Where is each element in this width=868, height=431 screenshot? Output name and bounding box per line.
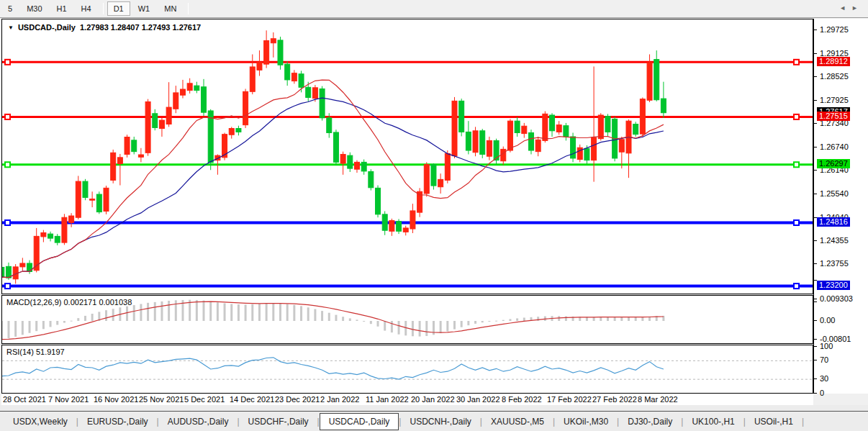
rsi-axis-label: 0 [820,389,824,397]
price-tick-label: 1.29725 [820,25,849,34]
date-label: 8 Feb 2022 [502,395,542,404]
price-axis[interactable]: 1.297251.291251.285251.279251.273401.267… [814,19,868,394]
price-badge-support: 1.23200 [817,281,850,290]
macd-axis-label: 0.00 [820,316,835,325]
axis-tick [814,194,817,194]
price-badge-support: 1.24816 [817,217,850,227]
axis-tick [814,147,817,148]
rsi-axis-label: 30 [820,374,828,383]
bottom-strip [0,405,868,411]
date-label: 8 Mar 2022 [638,395,678,404]
timeframe-button-m30[interactable]: M30 [20,1,48,16]
date-label: 27 Feb 2022 [592,395,637,404]
price-tick-label: 1.27925 [820,96,849,104]
axis-tick [814,339,817,340]
date-label: 20 Jan 2022 [411,395,455,404]
tab-usoil-h1[interactable]: USOil-,H1 [746,413,802,430]
tab-audusd-daily[interactable]: AUDUSD-,Daily [159,413,238,430]
date-label: 23 Dec 2021 [275,395,320,404]
axis-tick [814,378,817,379]
price-tick-label: 1.25540 [820,189,849,198]
hline-handle[interactable] [5,60,10,65]
macd-signal-line [2,301,664,340]
candles-group [2,30,666,283]
price-tick-label: 1.24355 [820,236,849,245]
price-tick-label: 1.23755 [820,259,849,268]
tab-scroll-arrows[interactable]: ◄► [839,4,864,12]
hline-handle[interactable] [5,162,10,167]
date-label: 2 Jan 2022 [320,395,359,404]
price-badge-support: 1.26297 [817,159,850,168]
price-tick-label: 1.28525 [820,72,849,81]
tab-usdcad-daily[interactable]: USDCAD-,Daily [320,413,399,430]
rsi-canvas[interactable] [2,345,813,393]
date-label: 5 Dec 2021 [184,395,225,404]
hline-handle[interactable] [794,283,799,289]
date-label: 14 Dec 2021 [230,395,274,404]
axis-tick [814,360,817,360]
chart-title: ▼ USDCAD-,Daily 1.27983 1.28407 1.27493 … [8,23,201,32]
rsi-axis-label: 100 [820,342,833,350]
mt4-window: 5M30H1H4D1W1MN ▼ USDCAD-,Daily 1.27983 1… [0,0,868,431]
axis-tick [814,301,817,302]
timeframe-button-mn[interactable]: MN [158,1,183,16]
date-label: 16 Nov 2021 [94,395,138,404]
ma-fast-line [2,80,664,277]
date-label: 7 Nov 2021 [48,395,89,404]
hline-handle[interactable] [794,162,799,167]
axis-tick [814,280,817,281]
hline-handle[interactable] [5,114,10,119]
price-chart-pane[interactable]: ▼ USDCAD-,Daily 1.27983 1.28407 1.27493 … [1,19,813,294]
axis-tick [814,240,817,241]
date-label: 30 Jan 2022 [456,395,500,404]
time-axis[interactable]: 28 Oct 20217 Nov 202116 Nov 202125 Nov 2… [1,394,813,405]
toolbar-separator [188,3,189,14]
price-badge-resistance: 1.28912 [817,57,850,66]
rsi-indicator-pane[interactable]: RSI(14) 51.9197 [1,345,813,394]
tab-separator: | [802,417,804,427]
axis-tick [814,320,817,321]
timeframe-button-w1[interactable]: W1 [132,1,157,16]
timeframe-button-5[interactable]: 5 [1,1,19,16]
hline-handle[interactable] [794,60,799,65]
date-label: 17 Feb 2022 [547,395,592,404]
rsi-label: RSI(14) 51.9197 [6,348,65,356]
hline-handle[interactable] [794,220,799,225]
axis-tick [814,299,817,299]
axis-tick [814,263,817,264]
tab-xauusd-m5[interactable]: XAUUSD-,M5 [482,413,553,430]
hline-handle[interactable] [794,114,799,119]
hline-handle[interactable] [5,220,10,225]
tab-usdcnh-daily[interactable]: USDCNH-,Daily [401,413,479,430]
tab-uk100-h1[interactable]: UK100-,H1 [683,413,743,430]
candlestick-canvas[interactable] [2,19,813,294]
macd-axis-label: 0.009303 [820,294,853,303]
chart-symbol-label: USDCAD-,Daily [18,23,76,32]
axis-tick [814,123,817,124]
chart-ohlc-values: 1.27983 1.28407 1.27493 1.27617 [80,23,201,32]
timeframe-toolbar: 5M30H1H4D1W1MN [0,0,868,18]
hline-handle[interactable] [5,283,10,289]
tab-eurusd-daily[interactable]: EURUSD-,Daily [78,413,157,430]
collapse-triangle-icon[interactable]: ▼ [8,24,14,31]
price-tick-label: 1.26740 [820,142,849,151]
axis-tick [814,30,817,30]
axis-tick [814,76,817,77]
tab-usdchf-daily[interactable]: USDCHF-,Daily [240,413,317,430]
tab-usdx-weekly[interactable]: USDX,Weekly [4,413,76,430]
timeframe-button-d1[interactable]: D1 [107,1,130,16]
date-label: 11 Jan 2022 [366,395,409,404]
macd-indicator-pane[interactable]: MACD(12,26,9) 0.002171 0.001038 [1,295,813,344]
date-label: 28 Oct 2021 [3,395,46,404]
axis-tick [814,170,817,171]
ma-slow-line [2,98,664,278]
tab-dj30-daily[interactable]: DJ30-,Daily [619,413,681,430]
axis-tick [814,100,817,101]
macd-label: MACD(12,26,9) 0.002171 0.001038 [6,298,132,307]
rsi-axis-label: 70 [820,355,828,364]
timeframe-button-h4[interactable]: H4 [75,1,98,16]
axis-tick [814,53,817,54]
timeframe-button-h1[interactable]: H1 [50,1,73,16]
symbol-tabbar: USDX,Weekly|EURUSD-,Daily|AUDUSD-,Daily|… [0,411,868,431]
tab-ukoil-m30[interactable]: UKOil-,M30 [555,413,617,430]
